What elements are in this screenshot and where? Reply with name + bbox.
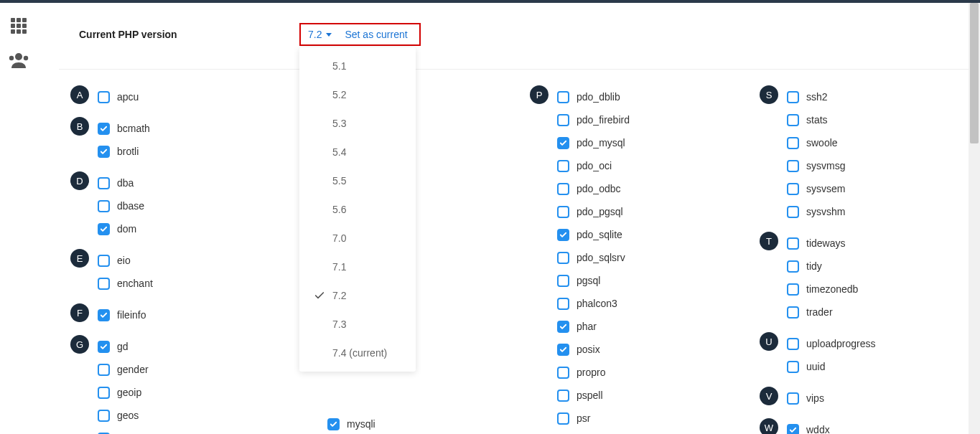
extension-checkbox[interactable] (557, 91, 569, 103)
letter-badge: A (70, 85, 89, 104)
apps-grid-icon[interactable] (10, 17, 27, 37)
version-option-label: 5.6 (332, 204, 409, 215)
extension-name: dbase (117, 200, 144, 212)
version-option[interactable]: 5.3 (299, 109, 416, 138)
extension-checkbox[interactable] (787, 260, 799, 273)
extension-row: dom (98, 217, 289, 240)
letter-group: Ffileinfo (59, 303, 289, 326)
extension-row: enchant (98, 272, 289, 295)
extension-checkbox[interactable] (557, 412, 569, 425)
extension-checkbox[interactable] (98, 387, 110, 399)
extension-row: pdo_odbc (557, 177, 748, 200)
extension-checkbox[interactable] (787, 183, 799, 195)
set-as-current-link[interactable]: Set as current (345, 29, 407, 40)
version-option[interactable]: 5.2 (299, 80, 416, 109)
version-option[interactable]: 7.0 (299, 224, 416, 253)
extension-checkbox[interactable] (557, 229, 569, 241)
extension-name: pdo_mysql (577, 137, 625, 148)
extension-checkbox[interactable] (557, 206, 569, 218)
version-option[interactable]: 7.1 (299, 253, 416, 281)
version-option[interactable]: 7.2 (299, 281, 416, 310)
extension-checkbox[interactable] (787, 392, 799, 405)
extension-name: pdo_dblib (577, 91, 620, 103)
extension-checkbox[interactable] (557, 183, 569, 195)
version-option[interactable]: 7.4 (current) (299, 339, 416, 367)
extension-name: stats (806, 114, 828, 126)
php-version-dropdown[interactable]: 7.2 (308, 29, 332, 40)
version-option[interactable]: 7.3 (299, 310, 416, 339)
extension-name: apcu (117, 91, 139, 103)
header-label: Current PHP version (59, 29, 299, 40)
extension-checkbox[interactable] (98, 341, 110, 353)
extension-checkbox[interactable] (98, 255, 110, 267)
extension-checkbox[interactable] (557, 160, 569, 172)
extension-checkbox[interactable] (787, 114, 799, 126)
extension-name: timezonedb (806, 283, 858, 295)
extension-checkbox[interactable] (557, 252, 569, 264)
extension-row: dba (98, 171, 289, 194)
extension-name: pspell (577, 390, 603, 401)
main-layout: Current PHP version 7.2 Set as current 5… (0, 3, 980, 434)
extension-checkbox[interactable] (98, 364, 110, 376)
extension-name: geos (117, 410, 139, 421)
extension-checkbox[interactable] (557, 137, 569, 149)
extension-checkbox[interactable] (787, 338, 799, 350)
version-option[interactable]: 5.5 (299, 166, 416, 195)
extension-checkbox[interactable] (98, 410, 110, 422)
extension-name: propro (577, 367, 605, 378)
extension-checkbox[interactable] (787, 137, 799, 149)
extension-row: pdo_mysql (557, 131, 748, 154)
extension-name: phalcon3 (577, 298, 617, 309)
extension-checkbox[interactable] (98, 223, 110, 235)
extension-row: timezonedb (787, 278, 978, 301)
extension-checkbox[interactable] (557, 367, 569, 379)
extension-checkbox[interactable] (557, 321, 569, 333)
extension-row: tidy (787, 255, 978, 278)
extension-checkbox[interactable] (98, 200, 110, 212)
scrollbar-thumb[interactable] (970, 3, 979, 143)
extension-checkbox[interactable] (98, 123, 110, 135)
version-option-label: 7.3 (332, 319, 409, 330)
letter-badge: G (70, 335, 89, 354)
svg-point-9 (15, 53, 22, 60)
extension-checkbox[interactable] (98, 91, 110, 103)
extension-checkbox[interactable] (557, 298, 569, 310)
extension-name: geoip (117, 387, 141, 398)
extension-name: sysvsem (806, 183, 845, 194)
check-icon (307, 290, 332, 301)
version-option[interactable]: 5.1 (299, 52, 416, 80)
svg-point-11 (24, 56, 28, 60)
letter-items: pdo_dblibpdo_firebirdpdo_mysqlpdo_ocipdo… (557, 85, 748, 430)
extension-name: pdo_odbc (577, 183, 621, 194)
version-option[interactable]: 5.6 (299, 195, 416, 224)
extension-checkbox[interactable] (327, 418, 340, 430)
extension-checkbox[interactable] (787, 160, 799, 172)
extension-checkbox[interactable] (787, 361, 799, 373)
users-icon[interactable] (9, 52, 29, 70)
extension-checkbox[interactable] (787, 424, 799, 435)
vertical-scrollbar[interactable] (969, 3, 980, 434)
letter-col: U (748, 332, 787, 351)
extension-checkbox[interactable] (787, 91, 799, 103)
extension-name: wddx (806, 424, 830, 434)
extension-name: pdo_sqlite (577, 229, 622, 240)
svg-rect-1 (17, 18, 21, 22)
extension-checkbox[interactable] (787, 283, 799, 296)
extension-checkbox[interactable] (98, 278, 110, 290)
extensions-column: Ppdo_dblibpdo_firebirdpdo_mysqlpdo_ocipd… (518, 85, 748, 434)
letter-items: tidewaystidytimezonedbtrader (787, 232, 978, 324)
extension-checkbox[interactable] (557, 114, 569, 126)
version-option-label: 5.2 (332, 89, 409, 100)
extension-checkbox[interactable] (787, 206, 799, 218)
extension-checkbox[interactable] (787, 237, 799, 250)
extension-checkbox[interactable] (787, 306, 799, 319)
extension-row: gender (98, 358, 289, 381)
extension-checkbox[interactable] (98, 146, 110, 158)
version-option[interactable]: 5.4 (299, 138, 416, 166)
extension-checkbox[interactable] (557, 275, 569, 287)
extension-checkbox[interactable] (557, 344, 569, 356)
letter-col: E (59, 249, 98, 268)
extension-checkbox[interactable] (557, 390, 569, 402)
extension-checkbox[interactable] (98, 177, 110, 189)
extension-checkbox[interactable] (98, 309, 110, 321)
